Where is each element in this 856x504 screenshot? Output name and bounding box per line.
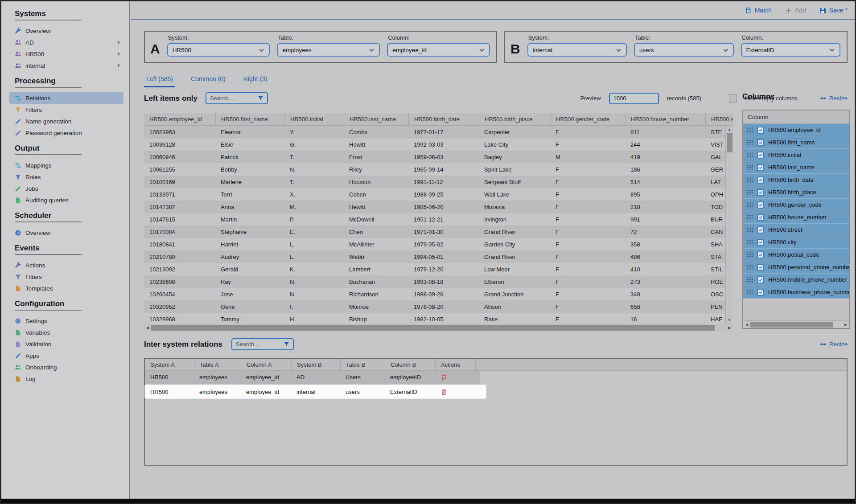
sidebar-item-roles[interactable]: Roles	[9, 171, 123, 183]
column-row-hr500-birth-place[interactable]: HR500.birth_place	[743, 186, 849, 199]
column-checkbox[interactable]	[757, 201, 764, 209]
tab-right[interactable]: Right (3)	[241, 75, 270, 87]
sidebar-item-onboarding[interactable]: Onboarding	[9, 361, 123, 373]
delete-relation-button[interactable]	[440, 388, 448, 395]
column-row-hr500-postal-code[interactable]: HR500.postal_code	[743, 249, 849, 261]
delete-relation-button[interactable]	[440, 374, 448, 381]
column-row-hr500-mobile-phone-number[interactable]: HR500.mobile_phone_number	[743, 274, 849, 286]
column-header-hr500-street[interactable]: HR500.street	[705, 113, 733, 125]
column-checkbox[interactable]	[757, 152, 764, 159]
relations-header-table-a[interactable]: Table A	[194, 359, 241, 370]
drag-handle-icon[interactable]	[747, 127, 753, 132]
table-row[interactable]: 10147615MartinP.McDowell1951-12-21Irving…	[144, 213, 733, 225]
table-row[interactable]: 10060946PatrickT.Frost1959-06-03BagleyM4…	[144, 151, 733, 163]
column-row-hr500-gender-code[interactable]: HR500.gender_code	[743, 199, 849, 211]
table-row[interactable]: 10238608RayN.Buchanan1993-08-18ElberonF2…	[144, 275, 733, 288]
vertical-scroll-thumb[interactable]	[727, 133, 733, 152]
sidebar-item-variables[interactable]: Variables	[9, 327, 123, 338]
column-checkbox[interactable]	[757, 214, 764, 221]
table-row[interactable]: 10170004StephanieE.Chen1971-01-30Grand R…	[144, 225, 733, 238]
horizontal-scroll-thumb[interactable]	[750, 322, 833, 328]
panel-b-column-select[interactable]: ExternalID	[741, 43, 840, 57]
scroll-down-icon[interactable]: ▼	[726, 316, 733, 324]
drag-handle-icon[interactable]	[747, 177, 753, 182]
column-row-hr500-street[interactable]: HR500.street	[743, 224, 849, 236]
drag-handle-icon[interactable]	[747, 265, 753, 270]
sidebar-item-validation[interactable]: Validation	[9, 338, 123, 350]
table-row[interactable]: 10061255BobbyN.Riley1965-09-14Spirit Lak…	[144, 163, 733, 176]
column-checkbox[interactable]	[757, 251, 764, 258]
scroll-left-icon[interactable]: ◀	[144, 324, 151, 331]
column-header-hr500-employee-id[interactable]: HR500.employee_id	[144, 113, 215, 125]
scroll-up-icon[interactable]: ▲	[726, 126, 733, 133]
table-row[interactable]: 10210780AudreyL.Webb1994-05-01Grand Rive…	[144, 250, 733, 263]
search-input[interactable]	[210, 95, 255, 102]
panel-a-column-select[interactable]: employee_id	[387, 43, 490, 57]
sidebar-item-overview[interactable]: Overview	[9, 25, 123, 37]
column-checkbox[interactable]	[757, 139, 764, 146]
column-row-hr500-house-number[interactable]: HR500.house_number	[743, 211, 849, 224]
sidebar-item-overview[interactable]: Overview	[9, 227, 123, 238]
panel-a-table-select[interactable]: employees	[277, 43, 380, 57]
relations-header-column-b[interactable]: Column B	[385, 359, 435, 370]
column-row-hr500-personal-phone-number[interactable]: HR500.personal_phone_number	[743, 261, 849, 274]
relation-row[interactable]: HR500employeesemployee_idADUsersemployee…	[145, 371, 480, 384]
table-row[interactable]: 10036128ElsieG.Hewitt1992-03-03Lake City…	[144, 138, 733, 151]
column-checkbox[interactable]	[757, 239, 764, 246]
drag-handle-icon[interactable]	[747, 190, 753, 195]
hide-empty-columns-checkbox[interactable]	[729, 94, 737, 102]
table-row[interactable]: 10133971TerriX.Cohen1988-09-25Wall LakeF…	[144, 188, 733, 201]
search-input[interactable]	[236, 341, 281, 348]
column-row-hr500-city[interactable]: HR500.city	[743, 236, 849, 249]
table-row[interactable]: 10320952GeneI.Monroe1978-08-20AllisonF65…	[144, 300, 733, 313]
column-checkbox[interactable]	[757, 276, 764, 283]
panel-b-system-select[interactable]: internal	[527, 43, 627, 57]
table-row[interactable]: 10147387AnnaM.Hewitt1985-06-20MoraviaF21…	[144, 201, 733, 213]
panel-a-system-select[interactable]: HR500	[167, 43, 270, 57]
table-row[interactable]: 10180841HarrietL.McAllister1979-05-02Gar…	[144, 238, 733, 250]
column-header-hr500-birth-date[interactable]: HR500.birth_date	[408, 113, 479, 125]
column-row-hr500-initial[interactable]: HR500.initial	[743, 149, 849, 161]
drag-handle-icon[interactable]	[747, 252, 753, 257]
column-header-hr500-house-number[interactable]: HR500.house_number	[625, 113, 705, 125]
column-checkbox[interactable]	[757, 164, 764, 171]
column-checkbox[interactable]	[757, 189, 764, 196]
column-header-hr500-first-name[interactable]: HR500.first_name	[215, 113, 284, 125]
sidebar-item-ad[interactable]: AD	[9, 37, 123, 48]
drag-handle-icon[interactable]	[747, 290, 753, 295]
relation-row-highlighted[interactable]: HR500employeesemployee_idinternalusersEx…	[145, 385, 486, 398]
left-items-search[interactable]	[206, 92, 268, 104]
column-checkbox[interactable]	[757, 226, 764, 234]
drag-handle-icon[interactable]	[747, 140, 753, 145]
tab-common[interactable]: Common (0)	[189, 75, 228, 87]
table-resize-link[interactable]: Resize	[820, 95, 848, 102]
sidebar-item-password-generation[interactable]: Password generation	[9, 127, 123, 139]
columns-horizontal-scrollbar[interactable]: ◀ ▶	[743, 320, 849, 328]
sidebar-item-templates[interactable]: Templates	[9, 283, 123, 294]
drag-handle-icon[interactable]	[747, 215, 753, 220]
table-row[interactable]: 10213092GeraldK.Lambert1979-12-20Low Moo…	[144, 263, 733, 275]
sidebar-item-settings[interactable]: Settings	[9, 315, 123, 327]
drag-handle-icon[interactable]	[747, 277, 753, 282]
table-row[interactable]: 10260454JoseN.Richardson1988-09-26Grand …	[144, 288, 733, 300]
match-button[interactable]: Match	[745, 7, 772, 14]
column-header-hr500-last-name[interactable]: HR500.last_name	[344, 113, 408, 125]
column-checkbox[interactable]	[757, 127, 764, 134]
drag-handle-icon[interactable]	[747, 152, 753, 157]
relations-header-column-a[interactable]: Column A	[241, 359, 291, 370]
column-header-hr500-birth-place[interactable]: HR500.birth_place	[479, 113, 550, 125]
column-row-hr500-first-name[interactable]: HR500.first_name	[743, 136, 849, 149]
sidebar-item-filters[interactable]: Filters	[9, 271, 123, 283]
add-button[interactable]: Add	[785, 7, 806, 14]
panel-b-table-select[interactable]: users	[634, 43, 733, 57]
column-checkbox[interactable]	[757, 289, 764, 296]
relations-header-system-b[interactable]: System B	[291, 359, 340, 370]
relations-header-table-b[interactable]: Table B	[340, 359, 385, 370]
scroll-left-icon[interactable]: ◀	[743, 321, 750, 328]
drag-handle-icon[interactable]	[747, 240, 753, 245]
drag-handle-icon[interactable]	[747, 227, 753, 232]
sidebar-item-filters[interactable]: Filters	[9, 104, 123, 115]
column-header-hr500-initial[interactable]: HR500.initial	[284, 113, 344, 125]
save-button[interactable]: Save *	[819, 7, 848, 14]
sidebar-item-apps[interactable]: Apps	[9, 350, 123, 361]
